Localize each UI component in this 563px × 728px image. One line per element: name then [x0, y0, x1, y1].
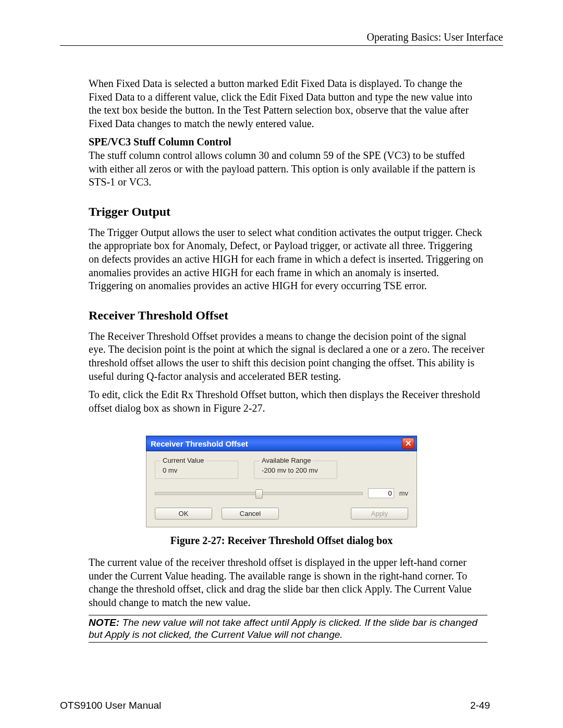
footer-manual-title: OTS9100 User Manual [60, 700, 161, 711]
dialog-body: Current Value 0 mv Available Range -200 … [146, 451, 417, 527]
paragraph: When Fixed Data is selected a button mar… [60, 77, 503, 130]
paragraph: The stuff column control allows column 3… [89, 150, 475, 188]
subsection: SPE/VC3 Stuff Column Control The stuff c… [60, 135, 503, 189]
available-range-value: -200 mv to 200 mv [262, 466, 318, 474]
page-header: Operating Basics: User Interface [60, 31, 503, 46]
note-block: NOTE: The new value will not take affect… [89, 615, 487, 643]
current-value: 0 mv [163, 466, 177, 474]
cancel-button[interactable]: Cancel [222, 508, 279, 520]
figure-caption: Figure 2-27: Receiver Threshold Offset d… [60, 535, 503, 547]
threshold-slider[interactable] [155, 492, 363, 495]
footer-page-number: 2-49 [470, 700, 490, 711]
apply-button[interactable]: Apply [351, 508, 408, 520]
header-breadcrumb: Operating Basics: User Interface [366, 31, 503, 43]
receiver-threshold-offset-dialog: Receiver Threshold Offset ✕ Current Valu… [146, 436, 417, 527]
current-value-group: Current Value 0 mv [155, 461, 238, 479]
section-heading-trigger-output: Trigger Output [89, 205, 503, 219]
available-range-group: Available Range -200 mv to 200 mv [254, 461, 337, 479]
unit-label: mv [399, 489, 408, 497]
close-icon: ✕ [405, 439, 412, 448]
paragraph: To edit, click the Edit Rx Threshold Off… [60, 388, 503, 415]
slider-thumb-icon[interactable] [255, 489, 263, 499]
note-label: NOTE: [89, 617, 119, 628]
subsection-title: SPE/VC3 Stuff Column Control [89, 136, 231, 147]
close-button[interactable]: ✕ [402, 438, 414, 449]
dialog-titlebar[interactable]: Receiver Threshold Offset ✕ [146, 436, 417, 451]
note-text: The new value will not take affect until… [89, 617, 478, 640]
page-footer: OTS9100 User Manual 2-49 [60, 643, 503, 711]
paragraph: The Trigger Output allows the user to se… [60, 226, 503, 293]
paragraph: The Receiver Threshold Offset provides a… [60, 330, 503, 383]
ok-button[interactable]: OK [155, 508, 212, 520]
paragraph: The current value of the receiver thresh… [60, 556, 503, 609]
current-value-label: Current Value [161, 456, 206, 464]
dialog-title: Receiver Threshold Offset [151, 439, 248, 448]
available-range-label: Available Range [260, 456, 313, 464]
threshold-value-input[interactable] [368, 488, 394, 498]
section-heading-receiver-threshold-offset: Receiver Threshold Offset [89, 309, 503, 323]
